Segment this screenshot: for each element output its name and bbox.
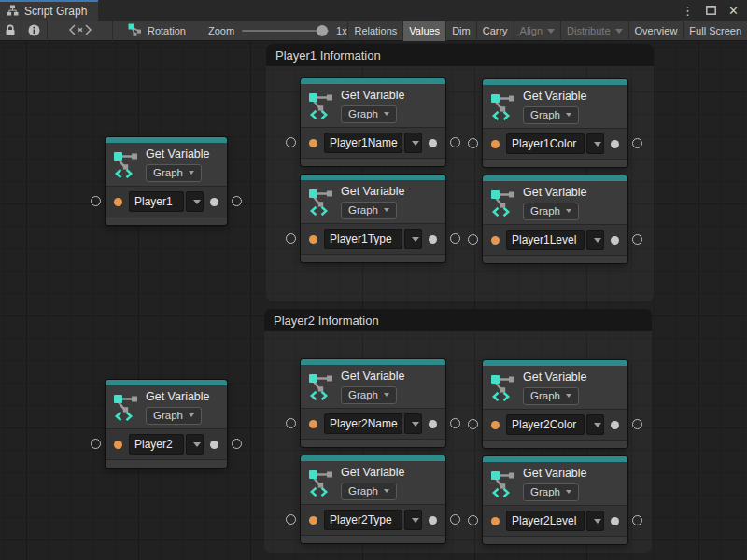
output-port-dot[interactable]: [210, 441, 218, 449]
graph-scope-dropdown[interactable]: Graph: [523, 203, 579, 220]
variable-select[interactable]: Player1Color: [506, 133, 585, 154]
graph-scope-dropdown[interactable]: Graph: [523, 106, 579, 124]
variable-select-arrow[interactable]: [186, 191, 204, 212]
view-button-full-screen[interactable]: Full Screen: [683, 21, 747, 41]
port-ring-left[interactable]: [286, 137, 296, 147]
graph-scope-dropdown[interactable]: Graph: [341, 105, 397, 123]
variable-select[interactable]: Player1: [129, 191, 184, 212]
graph-scope-dropdown[interactable]: Graph: [341, 483, 397, 500]
graph-scope-dropdown[interactable]: Graph: [523, 483, 579, 501]
port-ring-left[interactable]: [286, 514, 296, 525]
get-variable-node[interactable]: Get VariableGraphPlayer2Type: [301, 455, 445, 543]
port-ring-left[interactable]: [468, 515, 478, 525]
view-button-overview[interactable]: Overview: [628, 21, 684, 41]
get-variable-node[interactable]: Get VariableGraphPlayer1Name: [301, 78, 445, 166]
output-port-dot[interactable]: [611, 236, 619, 245]
port-ring-left[interactable]: [91, 196, 101, 206]
variable-select-arrow[interactable]: [404, 510, 422, 530]
port-ring-right[interactable]: [632, 234, 642, 245]
group-header[interactable]: Player1 Information: [266, 44, 654, 66]
port-ring-left[interactable]: [468, 419, 478, 429]
get-variable-node[interactable]: Get VariableGraphPlayer2Level: [483, 456, 627, 544]
output-port-dot[interactable]: [611, 517, 619, 525]
variable-select[interactable]: Player1Name: [324, 133, 402, 153]
input-port-dot[interactable]: [114, 198, 122, 206]
get-variable-node[interactable]: Get VariableGraphPlayer2Color: [483, 360, 627, 448]
port-ring-right[interactable]: [632, 419, 642, 429]
input-port-dot[interactable]: [309, 235, 317, 244]
view-button-dim[interactable]: Dim: [445, 21, 476, 41]
output-port-dot[interactable]: [611, 140, 619, 148]
code-view-button[interactable]: [48, 21, 113, 41]
info-button[interactable]: [21, 21, 48, 41]
port-ring-right[interactable]: [232, 196, 242, 206]
variable-select[interactable]: Player2Type: [324, 510, 402, 530]
port-ring-right[interactable]: [450, 418, 460, 428]
tab-script-graph[interactable]: Script Graph: [0, 0, 98, 21]
get-variable-node[interactable]: Get VariableGraphPlayer1Color: [483, 79, 627, 167]
variable-select[interactable]: Player1Level: [506, 230, 585, 250]
input-port-dot[interactable]: [491, 421, 500, 429]
output-port-dot[interactable]: [429, 516, 437, 525]
variable-select-arrow[interactable]: [404, 413, 422, 434]
variable-select-arrow[interactable]: [404, 229, 422, 249]
close-icon[interactable]: ✕: [728, 4, 739, 18]
get-variable-node[interactable]: Get VariableGraphPlayer2: [106, 380, 227, 468]
view-button-carry[interactable]: Carry: [476, 21, 514, 41]
port-ring-right[interactable]: [450, 233, 460, 244]
zoom-slider[interactable]: [242, 30, 329, 32]
variable-select[interactable]: Player1Type: [324, 229, 402, 249]
input-port-dot[interactable]: [491, 517, 500, 525]
get-variable-node[interactable]: Get VariableGraphPlayer2Name: [301, 359, 445, 447]
output-port-dot[interactable]: [429, 235, 437, 244]
port-ring-right[interactable]: [450, 514, 460, 525]
variable-select-arrow[interactable]: [586, 414, 604, 435]
get-variable-node[interactable]: Get VariableGraphPlayer1: [106, 137, 227, 225]
variable-select-arrow[interactable]: [586, 133, 604, 154]
kebab-menu-icon[interactable]: ⋮: [682, 4, 694, 18]
graph-scope-dropdown[interactable]: Graph: [146, 164, 202, 182]
get-variable-node[interactable]: Get VariableGraphPlayer1Type: [301, 175, 445, 262]
variable-select-arrow[interactable]: [586, 511, 604, 531]
graph-scope-dropdown[interactable]: Graph: [341, 202, 397, 219]
graph-scope-dropdown[interactable]: Graph: [146, 407, 202, 425]
group-header[interactable]: Player2 Information: [264, 309, 652, 331]
port-ring-left[interactable]: [91, 439, 101, 449]
port-ring-right[interactable]: [632, 138, 642, 148]
output-port-dot[interactable]: [429, 139, 437, 147]
view-button-relations[interactable]: Relations: [347, 21, 402, 41]
input-port-dot[interactable]: [309, 420, 317, 428]
view-button-distribute[interactable]: Distribute: [560, 21, 627, 41]
port-ring-right[interactable]: [450, 137, 460, 147]
port-ring-left[interactable]: [286, 418, 296, 428]
variable-select[interactable]: Player2Name: [324, 413, 402, 434]
port-ring-left[interactable]: [468, 234, 478, 245]
port-ring-left[interactable]: [286, 233, 296, 244]
zoom-slider-handle[interactable]: [317, 25, 328, 36]
view-button-values[interactable]: Values: [402, 21, 445, 41]
variable-select[interactable]: Player2Color: [506, 414, 585, 435]
port-ring-right[interactable]: [632, 515, 642, 525]
lock-button[interactable]: [0, 21, 21, 41]
get-variable-node[interactable]: Get VariableGraphPlayer1Level: [483, 175, 627, 263]
rotation-control[interactable]: Rotation: [113, 21, 195, 41]
view-button-align[interactable]: Align: [514, 21, 560, 41]
port-ring-left[interactable]: [468, 138, 478, 148]
variable-select[interactable]: Player2Level: [506, 511, 585, 531]
input-port-dot[interactable]: [114, 441, 122, 449]
input-port-dot[interactable]: [491, 236, 500, 245]
graph-scope-dropdown[interactable]: Graph: [523, 387, 579, 405]
graph-scope-dropdown[interactable]: Graph: [341, 386, 397, 404]
output-port-dot[interactable]: [429, 420, 437, 428]
input-port-dot[interactable]: [309, 139, 317, 147]
maximize-icon[interactable]: [706, 6, 716, 15]
variable-select-arrow[interactable]: [404, 133, 422, 153]
variable-select-arrow[interactable]: [186, 434, 204, 455]
input-port-dot[interactable]: [309, 516, 317, 525]
output-port-dot[interactable]: [611, 421, 619, 429]
port-ring-right[interactable]: [232, 439, 242, 449]
variable-select-arrow[interactable]: [586, 230, 604, 250]
input-port-dot[interactable]: [491, 140, 500, 148]
output-port-dot[interactable]: [210, 198, 218, 206]
variable-select[interactable]: Player2: [129, 434, 184, 455]
